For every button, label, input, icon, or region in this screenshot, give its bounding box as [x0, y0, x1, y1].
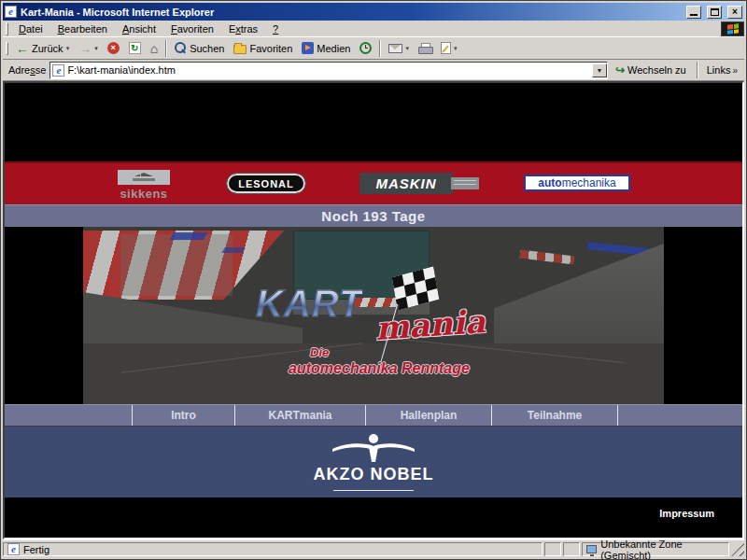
forward-button[interactable]: → ▾	[74, 38, 103, 58]
menu-hilfe[interactable]: ?	[265, 21, 286, 36]
go-arrow-icon: ↪	[615, 63, 625, 77]
sikkens-mark-box	[118, 170, 170, 185]
countdown-text: Noch 193 Tage	[321, 208, 425, 224]
menu-ansicht[interactable]: Ansicht	[115, 21, 163, 36]
menu-extras[interactable]: Extras	[221, 21, 265, 36]
windows-throbber	[721, 21, 744, 36]
menu-grip-handle[interactable]	[6, 22, 8, 35]
minimize-icon	[690, 14, 698, 16]
menu-bearbeiten[interactable]: Bearbeiten	[50, 21, 115, 36]
logo-mania-text: mania	[374, 305, 486, 344]
address-bar: Adresse e ▼ ↪ Wechseln zu Links »	[3, 60, 744, 81]
window-title: Kart-Mania - Microsoft Internet Explorer	[21, 7, 681, 18]
site-navigation: Intro KARTmania Hallenplan Teilnahme	[5, 404, 742, 427]
impressum-link[interactable]: Impressum	[659, 508, 714, 519]
akzo-nobel-wordmark: AKZO NOBEL	[314, 465, 434, 484]
logo-tagline-renntage: automechanika Renntage	[220, 361, 538, 376]
ie-logo-icon: e	[5, 6, 17, 18]
sikkens-wordmark: sikkens	[117, 187, 171, 201]
mail-icon	[388, 44, 402, 53]
favorites-label: Favoriten	[249, 43, 292, 54]
status-text: Fertig	[23, 544, 49, 555]
maximize-icon	[711, 8, 719, 16]
mail-dropdown-icon: ▾	[405, 45, 409, 52]
toolbar-separator	[379, 40, 381, 57]
mail-button[interactable]: ▾	[384, 38, 414, 58]
stop-icon: ×	[107, 42, 120, 54]
maximize-button[interactable]	[707, 6, 722, 19]
nav-spacer-right	[617, 405, 742, 426]
print-button[interactable]	[414, 38, 436, 58]
chevron-down-icon: ▼	[596, 67, 602, 74]
search-button[interactable]: Suchen	[170, 38, 229, 58]
sponsor-sikkens-logo[interactable]: sikkens	[117, 170, 171, 201]
title-bar: e Kart-Mania - Microsoft Internet Explor…	[3, 3, 744, 21]
sikkens-microtext	[133, 178, 155, 181]
menu-favoriten[interactable]: Favoriten	[163, 21, 221, 36]
nav-item-hallenplan[interactable]: Hallenplan	[365, 405, 491, 426]
media-button[interactable]: Medien	[297, 38, 355, 58]
address-input[interactable]	[67, 63, 589, 77]
edit-button[interactable]: ▾	[436, 38, 462, 58]
page-top-spacer	[5, 83, 742, 161]
lesonal-wordmark: LESONAL	[238, 178, 294, 189]
maskin-wordmark: MASKIN	[375, 175, 436, 191]
sikkens-mark-icon	[134, 173, 153, 176]
back-button[interactable]: ← Zurück ▾	[11, 38, 74, 58]
automechanika-bold-part: auto	[538, 176, 561, 189]
favorites-button[interactable]: Favoriten	[229, 38, 297, 58]
status-empty-panel-2	[563, 542, 580, 556]
edit-icon	[441, 42, 451, 54]
standard-toolbar: ← Zurück ▾ → ▾ × ↻ ⌂ Suchen Favoriten Me…	[3, 37, 744, 60]
stop-button[interactable]: ×	[103, 38, 124, 58]
status-zone-panel: Unbekannte Zone (Gemischt)	[582, 542, 729, 556]
akzo-nobel-figure-icon	[331, 433, 416, 463]
menu-datei[interactable]: Datei	[11, 21, 50, 36]
blue-banner-left-2	[221, 247, 245, 253]
page-icon: e	[52, 64, 64, 77]
links-label: Links	[707, 64, 731, 76]
automechanika-rest-part: mechanika	[562, 176, 616, 189]
logo-kart-text: KART	[256, 285, 362, 322]
page-viewport: sikkens LESONAL MASKIN automechanika Noc…	[3, 81, 744, 539]
zone-text: Unbekannte Zone (Gemischt)	[600, 539, 725, 560]
refresh-button[interactable]: ↻	[124, 38, 146, 58]
links-button[interactable]: Links »	[705, 64, 741, 76]
sponsor-automechanika-logo[interactable]: automechanika	[524, 175, 630, 191]
address-dropdown-button[interactable]: ▼	[592, 63, 607, 77]
toolbar-separator	[165, 40, 167, 57]
media-label: Medien	[317, 43, 350, 54]
toolbar-grip-handle[interactable]	[6, 42, 8, 55]
nav-item-teilnahme[interactable]: Teilnahme	[491, 405, 617, 426]
nav-item-kartmania[interactable]: KARTmania	[234, 405, 365, 426]
kart-track-scene: KART mania Die automechanika Renntage	[83, 227, 664, 404]
status-page-icon: e	[7, 543, 20, 555]
close-button[interactable]: ×	[727, 6, 742, 19]
addressbar-separator	[697, 62, 698, 78]
history-button[interactable]	[355, 38, 376, 58]
sponsor-maskin-logo[interactable]: MASKIN	[359, 173, 453, 194]
akzo-nobel-band: AKZO NOBEL	[5, 427, 742, 497]
logo-tagline-die: Die	[310, 346, 329, 358]
status-bar: e Fertig Unbekannte Zone (Gemischt)	[3, 539, 744, 557]
nav-item-intro[interactable]: Intro	[132, 405, 234, 426]
refresh-icon: ↻	[129, 42, 141, 54]
minimize-button[interactable]	[686, 6, 701, 19]
home-button[interactable]: ⌂	[146, 38, 162, 58]
track-barrier-stripes-right	[520, 249, 575, 264]
favorites-folder-icon	[233, 45, 247, 54]
edit-dropdown-icon: ▾	[454, 45, 458, 52]
track-structure-overlay	[120, 234, 233, 296]
sponsor-lesonal-logo[interactable]: LESONAL	[227, 174, 305, 193]
resize-grip[interactable]	[731, 542, 744, 556]
status-empty-panel-1	[544, 542, 561, 556]
blue-banner-left	[170, 232, 208, 240]
sponsor-banner: sikkens LESONAL MASKIN automechanika	[5, 161, 742, 204]
menu-bar: Datei Bearbeiten Ansicht Favoriten Extra…	[3, 21, 744, 37]
track-wall-right	[494, 244, 664, 348]
address-label: Adresse	[8, 64, 46, 76]
go-button[interactable]: ↪ Wechseln zu	[612, 63, 690, 77]
nav-spacer-left	[5, 405, 132, 426]
page-bottom-area: Impressum	[5, 497, 742, 538]
forward-dropdown-icon: ▾	[94, 45, 98, 52]
